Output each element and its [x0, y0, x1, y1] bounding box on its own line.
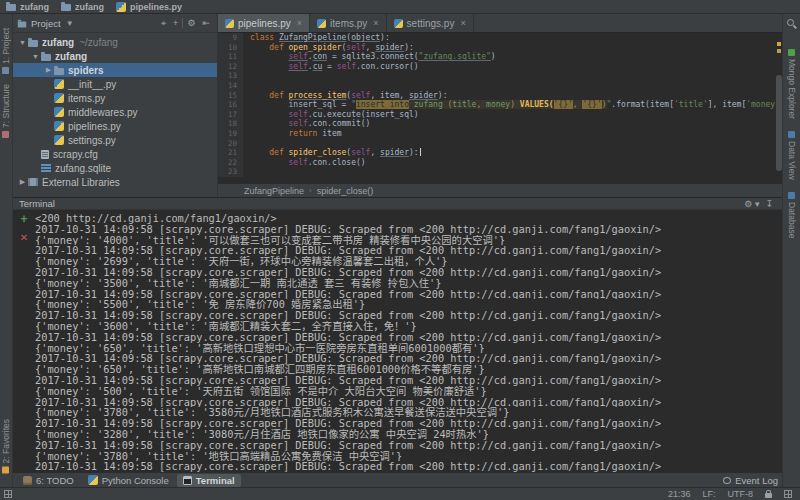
db-icon: [41, 164, 51, 172]
code-token: zufang: [414, 100, 443, 109]
py-icon: [54, 79, 64, 89]
line-separator[interactable]: LF:: [702, 489, 715, 499]
code-line[interactable]: 16 insert_sql = "insert into zufang (tit…: [218, 100, 782, 110]
line-number: 21: [218, 148, 244, 158]
code-token: class: [250, 33, 279, 42]
warning-mark[interactable]: [777, 49, 781, 53]
code-token: self: [289, 110, 308, 119]
status-bar: 21:36 LF: UTF-8: [0, 487, 800, 500]
editor-error-stripe[interactable]: [775, 33, 782, 183]
code-line[interactable]: 14: [218, 81, 782, 91]
stripe-button-database[interactable]: Database: [787, 192, 797, 238]
terminal-new-session-icon[interactable]: +: [20, 213, 27, 225]
stripe-button-data-view[interactable]: Data View: [787, 131, 797, 180]
caret-position[interactable]: 21:36: [668, 489, 691, 499]
toolwindow-button-python-console[interactable]: Python Console: [82, 474, 175, 487]
code-line[interactable]: 20: [218, 139, 782, 149]
tree-item[interactable]: ▶spiders: [13, 63, 217, 77]
tree-expanded-arrow-icon[interactable]: ▼: [17, 39, 28, 46]
stripe-button-1-project[interactable]: 1: Project: [1, 28, 11, 74]
terminal-hide-icon[interactable]: ↧: [762, 199, 776, 209]
code-line[interactable]: 11 self.con = sqlite3.connect("zufang.sq…: [218, 52, 782, 62]
terminal-close-icon[interactable]: ✕: [20, 233, 28, 243]
tree-item[interactable]: settings.py: [13, 133, 217, 147]
stripe-button-mongo-explorer[interactable]: Mongo Explorer: [787, 49, 797, 119]
code-line[interactable]: 21 def spider_close(self, spider):: [218, 148, 782, 158]
py-icon: [88, 475, 98, 485]
code-line[interactable]: 15 def process_item(self, item, spider):: [218, 91, 782, 101]
code-line[interactable]: 10 def open_spider(self, spider):: [218, 43, 782, 53]
terminal-gear-icon[interactable]: ⚙ ▾: [741, 199, 762, 209]
highlighting-level-icon[interactable]: [784, 490, 792, 498]
tree-item[interactable]: scrapy.cfg: [13, 147, 217, 161]
code-token: , item,: [370, 91, 409, 100]
todo-icon: [23, 476, 32, 485]
tool-window-switcher-icon[interactable]: [4, 490, 12, 498]
tree-item[interactable]: ▶External Libraries: [13, 175, 217, 189]
line-number: 13: [218, 71, 244, 81]
toolwindow-button-terminal[interactable]: Terminal: [177, 474, 241, 487]
toolwindow-button-6-todo[interactable]: 6: TODO: [17, 474, 80, 487]
lock-icon[interactable]: [765, 493, 772, 498]
folder-icon: [6, 4, 16, 11]
code-line[interactable]: 23: [218, 167, 782, 177]
tree-item[interactable]: ▼zufang~/zufang: [13, 35, 217, 49]
project-dropdown-icon[interactable]: ▾: [65, 18, 76, 28]
tree-collapsed-arrow-icon[interactable]: ▶: [17, 178, 28, 186]
code-editor[interactable]: 9class ZufangPipeline(object):10 def ope…: [218, 33, 782, 183]
editor-tab[interactable]: pipelines.py×: [218, 14, 310, 32]
tree-item[interactable]: pipelines.py: [13, 119, 217, 133]
line-number: 17: [218, 110, 244, 120]
tab-close-icon[interactable]: ×: [373, 18, 378, 28]
terminal-output[interactable]: + ✕ <200 http://cd.ganji.com/fang1/gaoxi…: [13, 210, 782, 472]
tree-item[interactable]: __init__.py: [13, 77, 217, 91]
code-line[interactable]: 22 self.con.close(): [218, 158, 782, 168]
tab-close-icon[interactable]: ×: [460, 18, 465, 28]
py-icon: [54, 135, 64, 145]
file-encoding[interactable]: UTF-8: [728, 489, 754, 499]
event-log-button[interactable]: Event Log: [723, 475, 778, 486]
terminal-tool-window: Terminal ⚙ ▾ ↧ + ✕ <200 http://cd.ganji.…: [13, 197, 782, 472]
terminal-line: 2017-10-31 14:09:58 [scrapy.core.scraper…: [35, 332, 782, 343]
code-token: [250, 129, 289, 138]
code-line[interactable]: 12 self.cu = self.con.cursor(): [218, 62, 782, 72]
code-line[interactable]: 9class ZufangPipeline(object):: [218, 33, 782, 43]
titlebar-item-label: pipelines.py: [130, 2, 182, 12]
search-icon[interactable]: [787, 19, 797, 29]
breadcrumb-item[interactable]: spider_close(): [317, 186, 374, 196]
project-tool-window: Project ▾ ⌖+⚙⇤ ▼zufang~/zufang▼zufang▶sp…: [13, 14, 218, 197]
line-number: 11: [218, 52, 244, 62]
toolwindow-button-label: Terminal: [196, 475, 235, 486]
scroll-from-source-icon[interactable]: +: [170, 18, 181, 28]
stripe-button-7-structure[interactable]: 7: Structure: [1, 84, 11, 138]
py-icon: [116, 2, 126, 12]
warning-mark[interactable]: [777, 42, 781, 46]
folder-icon: [28, 40, 38, 47]
hide-panel-icon[interactable]: ⇤: [199, 18, 213, 28]
code-token: cu: [313, 62, 323, 71]
code-token: self: [289, 52, 308, 61]
tree-item[interactable]: zufang.sqlite: [13, 161, 217, 175]
tab-close-icon[interactable]: ×: [297, 18, 302, 28]
project-panel-title: Project: [31, 18, 61, 29]
locate-file-icon[interactable]: ⌖: [158, 18, 169, 29]
code-line[interactable]: 18 self.con.commit(): [218, 119, 782, 129]
terminal-line: {'money': '3600', 'title': '南城都汇精装大套二，全齐…: [35, 321, 782, 332]
editor-tab[interactable]: items.py×: [310, 14, 387, 32]
code-line[interactable]: 19 return item: [218, 129, 782, 139]
tree-collapsed-arrow-icon[interactable]: ▶: [43, 66, 54, 74]
tree-item-label: scrapy.cfg: [53, 149, 98, 160]
stripe-button-2-favorites[interactable]: 2: Favorites: [1, 419, 11, 473]
editor-tab[interactable]: settings.py×: [387, 14, 474, 32]
tree-item[interactable]: middlewares.py: [13, 105, 217, 119]
code-line[interactable]: 17 self.cu.execute(insert_sql): [218, 110, 782, 120]
code-line[interactable]: 13: [218, 71, 782, 81]
tree-item[interactable]: items.py: [13, 91, 217, 105]
gear-icon[interactable]: ⚙: [184, 18, 198, 28]
tree-expanded-arrow-icon[interactable]: ▼: [30, 53, 41, 60]
code-line-text: [244, 139, 250, 149]
tree-item[interactable]: ▼zufang: [13, 49, 217, 63]
breadcrumb-item[interactable]: ZufangPipeline: [244, 186, 304, 196]
titlebar-breadcrumb: zufangzufangpipelines.py: [6, 2, 182, 12]
terminal-line: 2017-10-31 14:09:58 [scrapy.core.scraper…: [35, 310, 782, 321]
